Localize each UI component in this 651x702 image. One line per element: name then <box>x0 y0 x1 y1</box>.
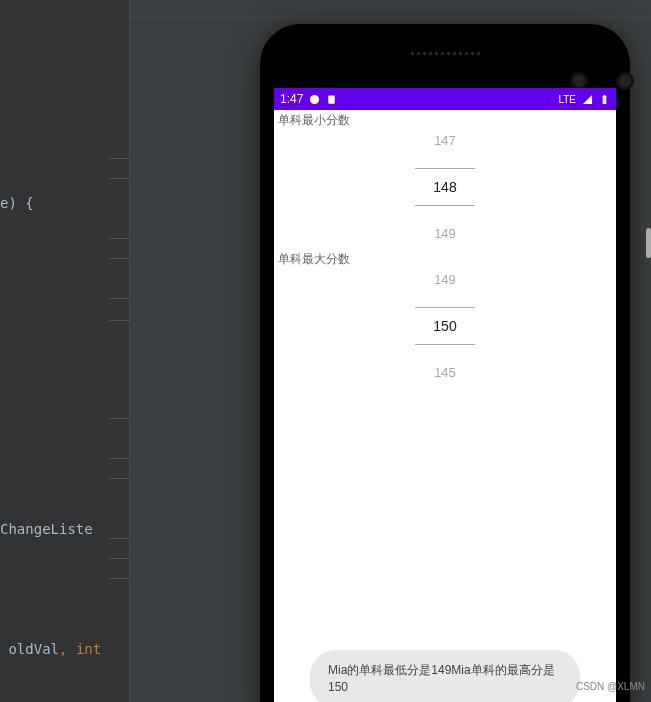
code-line-oldval: oldVal, int <box>0 641 101 657</box>
method-sep <box>110 158 130 159</box>
svg-rect-3 <box>604 94 606 95</box>
method-sep <box>110 298 130 299</box>
toast-text: Mia的单科最低分是149Mia单科的最高分是150 <box>328 663 555 694</box>
ide-gutter <box>0 0 130 702</box>
picker-value-below[interactable]: 149 <box>434 226 456 241</box>
method-sep <box>110 238 130 239</box>
svg-rect-1 <box>329 95 335 103</box>
battery-icon <box>599 94 610 105</box>
method-sep <box>110 258 130 259</box>
scrollbar-thumb[interactable] <box>646 228 651 258</box>
app-content: 单科最小分数 147 148 149 单科最大分数 149 150 145 <box>274 110 616 392</box>
method-sep <box>110 558 130 559</box>
status-network: LTE <box>558 94 576 105</box>
picker-value-above[interactable]: 147 <box>434 133 456 148</box>
method-sep <box>110 538 130 539</box>
method-sep <box>110 178 130 179</box>
emulator-device-frame: 1:47 LTE 单科最小分数 147 148 <box>260 24 630 702</box>
status-time: 1:47 <box>280 92 303 106</box>
picker-value-selected[interactable]: 148 <box>415 168 474 206</box>
method-sep <box>110 320 130 321</box>
signal-icon <box>582 94 593 105</box>
picker-value-above[interactable]: 149 <box>434 272 456 287</box>
card-icon <box>326 94 337 105</box>
ide-toolbar <box>130 0 651 18</box>
min-score-label: 单科最小分数 <box>274 112 616 129</box>
picker-value-below[interactable]: 145 <box>434 365 456 380</box>
max-score-label: 单科最大分数 <box>274 251 616 268</box>
max-score-picker[interactable]: 149 150 145 <box>274 268 616 390</box>
method-sep <box>110 578 130 579</box>
svg-point-0 <box>310 94 319 103</box>
method-sep <box>110 478 130 479</box>
min-score-picker[interactable]: 147 148 149 <box>274 129 616 251</box>
code-line-changelistener: ChangeListe <box>0 521 93 537</box>
toast-message: Mia的单科最低分是149Mia单科的最高分是150 <box>310 650 580 702</box>
method-sep <box>110 418 130 419</box>
android-status-bar: 1:47 LTE <box>274 88 616 110</box>
debug-icon <box>309 94 320 105</box>
code-line-params: e) { <box>0 195 34 211</box>
svg-rect-2 <box>603 95 607 103</box>
method-sep <box>110 458 130 459</box>
device-screen[interactable]: 1:47 LTE 单科最小分数 147 148 <box>274 88 616 702</box>
picker-value-selected[interactable]: 150 <box>415 307 474 345</box>
watermark-text: CSDN @XLMN <box>576 681 645 692</box>
device-speaker <box>365 52 525 64</box>
